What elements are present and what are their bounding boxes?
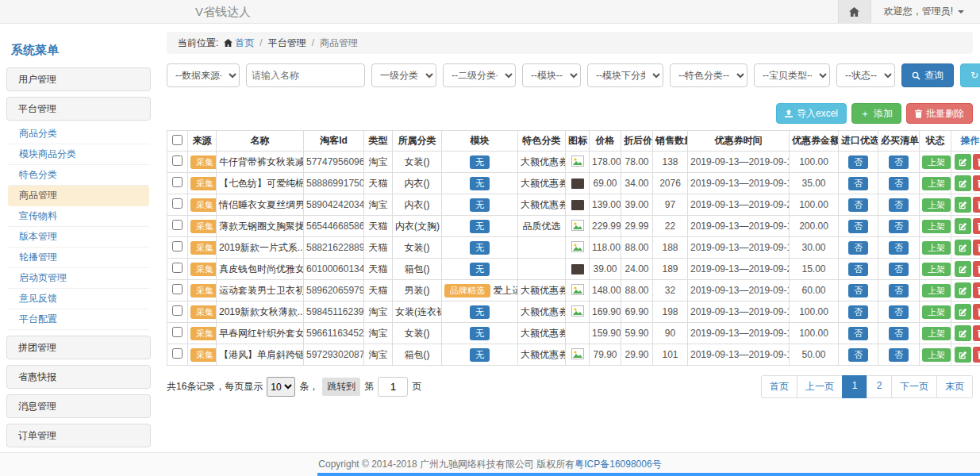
status-badge[interactable]: 上架 (922, 263, 951, 276)
imported-badge[interactable]: 否 (848, 220, 868, 233)
sidebar-item-5[interactable]: 商品管理 (8, 186, 149, 206)
sidebar-item-11[interactable]: 平台配置 (8, 309, 149, 330)
must-buy-badge[interactable]: 否 (889, 177, 909, 190)
delete-button[interactable] (973, 154, 980, 170)
must-buy-badge[interactable]: 否 (889, 198, 909, 212)
delete-button[interactable] (973, 347, 980, 363)
jump-button[interactable]: 跳转到 (322, 378, 360, 396)
icp-link[interactable]: 粤ICP备16098006号 (575, 458, 661, 471)
page-last[interactable]: 末页 (936, 375, 973, 398)
home-button[interactable] (838, 0, 871, 23)
search-button[interactable]: 查询 (901, 63, 954, 87)
imported-badge[interactable]: 否 (848, 155, 868, 169)
page-1[interactable]: 1 (842, 375, 867, 398)
row-checkbox[interactable] (172, 220, 183, 230)
status-badge[interactable]: 上架 (922, 241, 951, 255)
sidebar-item-3[interactable]: 模块商品分类 (8, 144, 149, 165)
row-checkbox[interactable] (172, 198, 183, 209)
status-filter[interactable]: --状态-- (836, 63, 895, 87)
row-checkbox[interactable] (172, 327, 183, 337)
must-buy-badge[interactable]: 否 (889, 220, 909, 233)
page-next[interactable]: 下一页 (891, 375, 937, 398)
must-buy-badge[interactable]: 否 (889, 155, 909, 169)
imported-badge[interactable]: 否 (848, 284, 868, 298)
edit-button[interactable] (955, 325, 971, 341)
delete-button[interactable] (973, 261, 980, 277)
imported-badge[interactable]: 否 (848, 263, 868, 276)
category1-filter[interactable]: 一级分类 (371, 63, 436, 87)
item-type-filter[interactable]: --宝贝类型-- (754, 63, 830, 87)
row-checkbox[interactable] (172, 155, 183, 166)
row-checkbox[interactable] (172, 241, 183, 251)
module-sub-filter[interactable]: --模块下分类-- (587, 63, 663, 87)
imported-badge[interactable]: 否 (848, 198, 868, 212)
row-checkbox[interactable] (172, 284, 183, 294)
sidebar-item-10[interactable]: 意见反馈 (8, 289, 149, 309)
sidebar-section-15[interactable]: 订单管理 (6, 424, 151, 447)
delete-button[interactable] (973, 175, 980, 191)
imported-badge[interactable]: 否 (848, 327, 868, 340)
sidebar-item-6[interactable]: 宣传物料 (8, 206, 149, 227)
delete-button[interactable] (973, 218, 980, 234)
status-badge[interactable]: 上架 (922, 155, 951, 169)
status-badge[interactable]: 上架 (922, 177, 951, 190)
delete-button[interactable] (973, 325, 980, 341)
source-filter[interactable]: --数据来源-- (167, 63, 240, 87)
must-buy-badge[interactable]: 否 (889, 327, 909, 340)
must-buy-badge[interactable]: 否 (889, 241, 909, 255)
imported-badge[interactable]: 否 (848, 241, 868, 255)
select-all-checkbox[interactable] (172, 135, 183, 145)
feature-filter[interactable]: --特色分类-- (670, 63, 747, 87)
status-badge[interactable]: 上架 (922, 220, 951, 233)
status-badge[interactable]: 上架 (922, 284, 951, 298)
page-2[interactable]: 2 (867, 375, 892, 398)
category2-filter[interactable]: --二级分类-- (443, 63, 516, 87)
sidebar-item-7[interactable]: 版本管理 (8, 227, 149, 248)
delete-button[interactable] (973, 197, 980, 213)
edit-button[interactable] (955, 197, 971, 213)
status-badge[interactable]: 上架 (922, 327, 951, 340)
edit-button[interactable] (955, 154, 971, 170)
status-badge[interactable]: 上架 (922, 348, 951, 362)
imported-badge[interactable]: 否 (848, 177, 868, 190)
batch-delete-button[interactable]: 批量删除 (906, 103, 973, 124)
delete-button[interactable] (973, 282, 980, 298)
must-buy-badge[interactable]: 否 (889, 348, 909, 362)
must-buy-badge[interactable]: 否 (889, 263, 909, 276)
sidebar-section-14[interactable]: 消息管理 (6, 394, 151, 418)
name-search-input[interactable] (246, 63, 365, 87)
user-menu[interactable]: 欢迎您，管理员! (871, 0, 980, 23)
add-button[interactable]: ＋ 添加 (851, 103, 901, 124)
edit-button[interactable] (955, 347, 971, 363)
row-checkbox[interactable] (172, 348, 183, 359)
sidebar-item-9[interactable]: 启动页管理 (8, 268, 149, 289)
import-excel-button[interactable]: 导入excel (776, 103, 847, 124)
status-badge[interactable]: 上架 (922, 305, 951, 319)
edit-button[interactable] (955, 282, 971, 298)
page-first[interactable]: 首页 (761, 375, 797, 398)
sidebar-section-1[interactable]: 平台管理 (6, 97, 151, 121)
sidebar-section-13[interactable]: 省惠快报 (6, 365, 151, 389)
row-checkbox[interactable] (172, 305, 183, 316)
must-buy-badge[interactable]: 否 (889, 305, 909, 319)
status-badge[interactable]: 上架 (922, 198, 951, 212)
sidebar-item-8[interactable]: 轮播管理 (8, 248, 149, 268)
row-checkbox[interactable] (172, 177, 183, 187)
row-checkbox[interactable] (172, 263, 183, 273)
imported-badge[interactable]: 否 (848, 348, 868, 362)
edit-button[interactable] (955, 240, 971, 255)
module-filter[interactable]: --模块-- (522, 63, 581, 87)
must-buy-badge[interactable]: 否 (889, 284, 909, 298)
sidebar-section-0[interactable]: 用户管理 (6, 67, 151, 91)
per-page-select[interactable]: 10 (267, 377, 295, 397)
delete-button[interactable] (973, 304, 980, 320)
jump-page-input[interactable] (378, 377, 408, 397)
imported-badge[interactable]: 否 (848, 305, 868, 319)
page-prev[interactable]: 上一页 (797, 375, 843, 398)
sidebar-item-4[interactable]: 特色分类 (8, 165, 149, 186)
edit-button[interactable] (955, 304, 971, 320)
edit-button[interactable] (955, 175, 971, 191)
reset-button[interactable]: ↻重置 (960, 63, 980, 87)
edit-button[interactable] (955, 261, 971, 277)
sidebar-item-2[interactable]: 商品分类 (8, 124, 149, 144)
